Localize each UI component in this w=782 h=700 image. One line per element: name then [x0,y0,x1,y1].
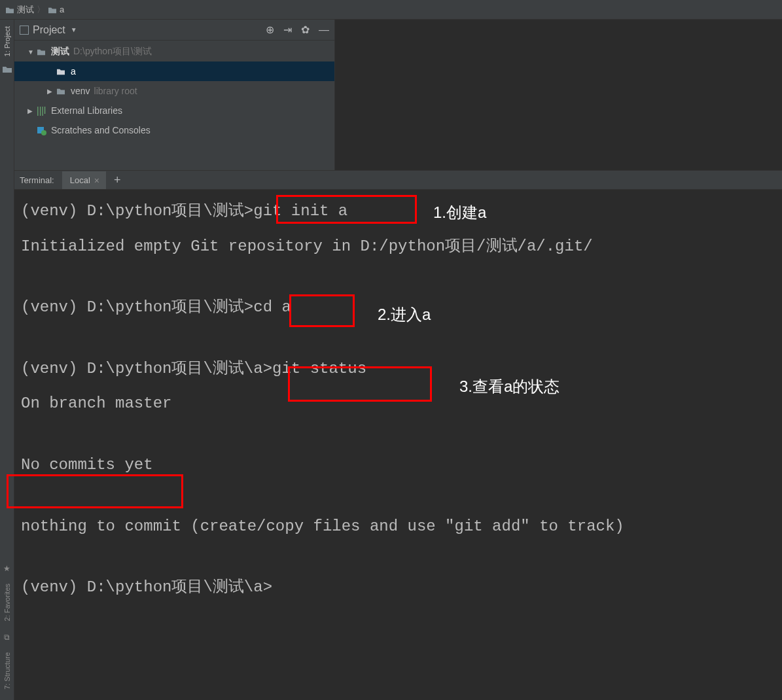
terminal-tab-local[interactable]: Local × [62,171,106,189]
breadcrumb-separator: 〉 [37,4,45,16]
svg-point-1 [41,130,46,135]
tree-root-name: 测试 [51,46,69,58]
collapse-icon[interactable]: ⇥ [283,24,292,36]
tree-root-path: D:\python项目\测试 [73,46,152,58]
chevron-down-icon[interactable]: ▼ [27,48,37,56]
breadcrumb: 测试 〉 a [0,0,782,20]
terminal-line: (venv) D:\python项目\测试>git init a [21,200,775,222]
project-tree: ▼ 测试 D:\python项目\测试 a ▶ venv library roo… [14,41,334,170]
left-tool-strip: 1: Project [0,20,14,170]
breadcrumb-root[interactable]: 测试 [17,4,34,16]
hide-icon[interactable]: — [319,24,329,36]
editor-area [335,20,782,170]
tree-item-label: venv [71,86,90,96]
gear-icon[interactable]: ✿ [301,24,310,36]
terminal-line: No commits yet [21,454,775,476]
tree-item-venv[interactable]: ▶ venv library root [14,81,334,101]
folder-icon [37,46,48,57]
tree-item-scratches[interactable]: Scratches and Consoles [14,120,334,140]
chevron-right-icon[interactable]: ▶ [27,107,37,114]
project-panel-header: Project ▼ ⊕ ⇥ ✿ — [14,20,334,41]
project-view-icon [20,26,29,35]
terminal-line: (venv) D:\python项目\测试\a> [21,576,775,599]
annotation: 2.进入a [378,304,431,326]
terminal-line: On branch master [21,393,775,415]
project-panel: Project ▼ ⊕ ⇥ ✿ — ▼ 测试 D:\python项目\测试 a [14,20,335,170]
tree-root[interactable]: ▼ 测试 D:\python项目\测试 [14,42,334,61]
terminal-label: Terminal: [20,175,54,185]
locate-icon[interactable]: ⊕ [266,24,274,36]
tree-item-a[interactable]: a [14,61,334,81]
folder-icon [5,5,14,14]
highlight-box [7,474,183,508]
terminal-line: nothing to commit (create/copy files and… [21,516,775,538]
chevron-right-icon[interactable]: ▶ [47,88,56,95]
tree-item-label: External Libraries [51,105,122,116]
bottom-left-tool-strip: ★ 2: Favorites ⧉ 7: Structure [0,170,14,700]
terminal-tab-label: Local [70,175,90,185]
scratch-icon [37,125,48,135]
add-terminal-button[interactable]: + [114,173,121,187]
star-icon: ★ [3,564,10,573]
chevron-down-icon[interactable]: ▼ [71,26,77,33]
folder-icon [48,5,57,14]
close-icon[interactable]: × [94,175,99,186]
breadcrumb-child[interactable]: a [60,5,64,14]
tree-item-note: library root [94,86,137,96]
tree-item-label: Scratches and Consoles [51,125,151,135]
folder-icon [56,86,68,96]
project-tool-tab[interactable]: 1: Project [2,22,12,60]
favorites-tool-tab[interactable]: 2: Favorites [2,580,12,625]
folder-icon [2,63,12,73]
annotation: 1.创建a [433,201,486,224]
project-header-title[interactable]: Project [33,24,65,36]
terminal-tab-bar: Terminal: Local × + [14,170,782,190]
annotation: 3.查看a的状态 [459,376,560,398]
structure-icon: ⧉ [4,633,10,642]
terminal-line: Initialized empty Git repository in D:/p… [21,236,775,258]
tree-item-label: a [71,66,76,77]
folder-icon [56,66,68,77]
terminal-line: (venv) D:\python项目\测试\a>git status [21,358,775,380]
terminal-output[interactable]: (venv) D:\python项目\测试>git init a Initial… [14,190,782,700]
library-icon: |||l [37,105,48,116]
structure-tool-tab[interactable]: 7: Structure [2,648,12,693]
tree-item-external[interactable]: ▶ |||l External Libraries [14,101,334,120]
